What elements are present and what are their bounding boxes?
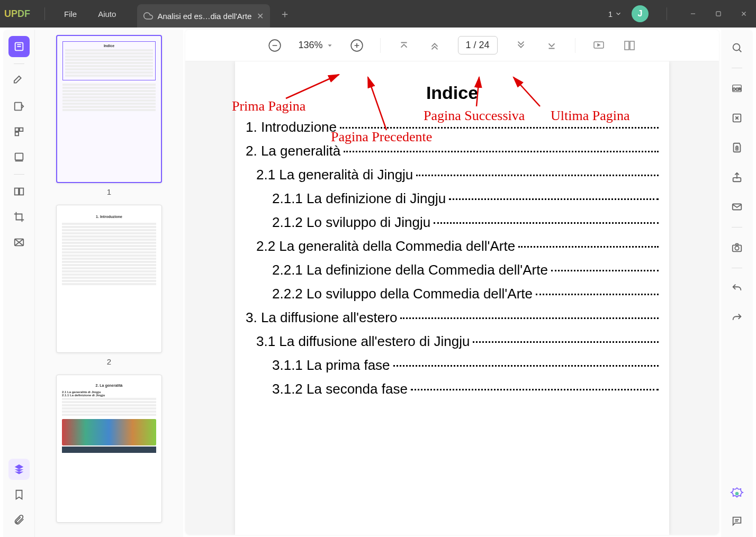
svg-rect-1 <box>716 12 721 16</box>
toc-text: 1. Introduzione <box>246 119 337 135</box>
page-title: Indice <box>246 83 659 103</box>
book-icon <box>13 41 25 52</box>
paperclip-icon <box>13 514 25 526</box>
undo-button[interactable] <box>727 279 746 298</box>
thumbnail-page-1[interactable]: Indice <box>56 35 162 183</box>
minimize-button[interactable] <box>685 6 701 22</box>
maximize-button[interactable] <box>710 6 726 22</box>
document-viewport[interactable]: Indice 1. Introduzione2. La generalità2.… <box>185 61 719 535</box>
thumbnail-page-2[interactable]: 1. Introduzione <box>56 205 162 353</box>
bookmark-button[interactable] <box>8 484 30 505</box>
crop-button[interactable] <box>8 206 30 227</box>
separator <box>732 227 742 227</box>
last-page-button[interactable] <box>544 38 559 53</box>
edit-text-button[interactable] <box>8 96 30 117</box>
share-button[interactable] <box>727 168 746 187</box>
svg-rect-13 <box>19 188 23 195</box>
thumbnail-page-3[interactable]: 2. La generalità 2.1 La generalità di Ji… <box>56 375 162 523</box>
separator <box>380 38 381 53</box>
toc-entry: 3.1 La diffusione all'estero di Jingju <box>256 333 659 350</box>
left-toolbar <box>3 30 35 537</box>
first-page-button[interactable] <box>397 38 411 53</box>
page-content: Indice 1. Introduzione2. La generalità2.… <box>235 61 669 535</box>
close-button[interactable] <box>736 6 752 22</box>
right-toolbar: OCR <box>721 30 753 537</box>
separator <box>667 7 667 20</box>
reader-mode-button[interactable] <box>8 36 30 57</box>
ai-icon <box>730 487 744 500</box>
chevron-up-double-icon <box>429 40 440 51</box>
screenshot-button[interactable] <box>727 238 746 257</box>
toc-leader-dots <box>344 151 659 152</box>
content-area: 136% 1 / 24 <box>185 30 719 535</box>
svg-rect-9 <box>19 128 22 131</box>
presentation-button[interactable] <box>591 38 606 53</box>
toc-entry: 2. La generalità <box>246 143 659 159</box>
tab-close-button[interactable]: ✕ <box>257 11 264 21</box>
thumbnail-panel[interactable]: Indice 1 1. Introduzione <box>35 30 183 537</box>
menu-file[interactable]: File <box>53 10 87 19</box>
separator <box>44 7 45 20</box>
search-icon <box>731 42 743 53</box>
zoom-dropdown[interactable]: 136% <box>298 40 333 51</box>
organize-pages-button[interactable] <box>8 121 30 142</box>
tab-title: Analisi ed es…dia dell'Arte <box>157 12 251 21</box>
convert-button[interactable] <box>727 108 746 128</box>
toc-leader-dots <box>518 246 659 248</box>
plus-circle-icon <box>350 39 364 52</box>
svg-rect-12 <box>14 188 18 195</box>
last-page-icon <box>546 40 557 51</box>
separator <box>14 174 24 175</box>
svg-rect-26 <box>630 41 634 50</box>
annotate-button[interactable] <box>8 70 30 92</box>
previous-page-button[interactable] <box>427 38 442 53</box>
svg-rect-37 <box>736 148 738 150</box>
svg-rect-10 <box>15 132 18 135</box>
toc-leader-dots <box>551 270 659 271</box>
separator <box>732 268 742 268</box>
redact-button[interactable] <box>8 232 30 253</box>
comment-button[interactable] <box>727 512 746 531</box>
menu-help[interactable]: Aiuto <box>87 10 127 19</box>
toc-leader-dots <box>400 317 659 319</box>
redo-button[interactable] <box>727 308 746 327</box>
next-page-button[interactable] <box>514 38 528 53</box>
page-layout-button[interactable] <box>622 38 637 53</box>
undo-icon <box>731 283 743 294</box>
cloud-icon <box>143 11 153 21</box>
mail-icon <box>731 201 743 213</box>
minimize-icon <box>689 10 697 17</box>
search-button[interactable] <box>727 38 746 57</box>
zoom-out-button[interactable] <box>267 38 282 53</box>
attachment-button[interactable] <box>8 509 30 531</box>
zoom-in-button[interactable] <box>349 38 364 53</box>
ocr-button[interactable]: OCR <box>727 79 746 98</box>
ai-button[interactable] <box>727 484 746 503</box>
page-indicator[interactable]: 1 / 24 <box>458 36 498 54</box>
toc-text: 2.1.1 La definizione di Jingju <box>272 190 446 207</box>
avatar[interactable]: J <box>632 5 649 22</box>
workspace-indicator[interactable]: 1 <box>608 10 622 19</box>
email-button[interactable] <box>727 197 746 216</box>
fill-sign-button[interactable] <box>8 147 30 168</box>
layers-button[interactable] <box>8 459 30 480</box>
zoom-value: 136% <box>298 40 322 51</box>
toc-entry: 2.1.2 Lo sviluppo di Jingju <box>272 214 659 231</box>
form-icon <box>13 151 25 163</box>
compare-button[interactable] <box>8 181 30 202</box>
maximize-icon <box>715 10 722 17</box>
share-icon <box>731 171 743 183</box>
lock-file-icon <box>731 142 743 153</box>
svg-rect-11 <box>15 153 23 160</box>
separator <box>575 38 575 53</box>
new-tab-button[interactable]: ＋ <box>280 7 290 21</box>
toc-leader-dots <box>393 365 659 367</box>
toc-text: 3.1 La diffusione all'estero di Jingju <box>256 333 470 350</box>
separator <box>14 63 24 64</box>
close-icon <box>740 10 748 17</box>
toc-leader-dots <box>536 294 659 295</box>
document-tab[interactable]: Analisi ed es…dia dell'Arte ✕ <box>137 4 270 28</box>
toc-text: 2.2.1 La definizione della Commedia dell… <box>272 262 548 278</box>
svg-line-33 <box>739 50 742 52</box>
protect-button[interactable] <box>727 138 746 157</box>
